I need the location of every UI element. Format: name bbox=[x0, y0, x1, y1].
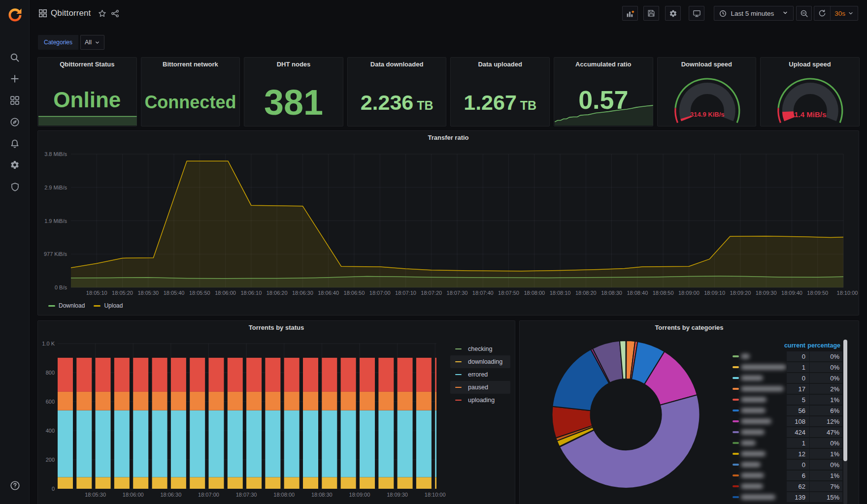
svg-text:18:07:30: 18:07:30 bbox=[447, 290, 468, 296]
table-row[interactable]: 627% bbox=[520, 481, 860, 491]
legend-item-upload[interactable]: Upload bbox=[94, 302, 123, 309]
cell-current: 12 bbox=[787, 449, 809, 459]
legend-color-dash bbox=[733, 485, 739, 487]
category-label-blurred bbox=[741, 386, 784, 391]
panel-title[interactable]: Qbittorrent Status bbox=[38, 61, 136, 68]
svg-text:18:07:00: 18:07:00 bbox=[369, 290, 391, 296]
legend-color-dash bbox=[733, 388, 739, 390]
legend-color-dash bbox=[733, 464, 739, 466]
cell-current: 0 bbox=[787, 351, 809, 361]
cell-current: 139 bbox=[787, 492, 809, 502]
save-dashboard-button[interactable] bbox=[643, 6, 659, 21]
dashboards-grid-icon[interactable] bbox=[38, 9, 47, 18]
legend-label: errored bbox=[468, 371, 488, 378]
table-row[interactable]: 10% bbox=[520, 362, 860, 372]
gauge-download-speed: 314.9 KiB/s bbox=[658, 58, 757, 127]
kiosk-mode-button[interactable] bbox=[689, 6, 704, 21]
table-row[interactable]: 51% bbox=[520, 395, 860, 405]
svg-text:1.9 MiB/s: 1.9 MiB/s bbox=[44, 218, 67, 224]
search-icon[interactable] bbox=[0, 49, 30, 66]
explore-compass-icon[interactable] bbox=[0, 113, 30, 131]
panel-torrents-by-categories: Torrents by categories currentpercentage… bbox=[519, 320, 859, 504]
panel-upload-speed: Upload speed1.4 MiB/s bbox=[760, 57, 860, 126]
cell-percentage: 0% bbox=[810, 460, 842, 470]
dashboards-icon[interactable] bbox=[0, 92, 30, 109]
cell-percentage: 2% bbox=[810, 384, 842, 394]
table-row[interactable]: 42447% bbox=[520, 427, 860, 437]
category-label-blurred bbox=[741, 495, 775, 500]
table-row[interactable]: 566% bbox=[520, 406, 860, 415]
alerting-bell-icon[interactable] bbox=[0, 135, 30, 153]
table-row[interactable]: 00% bbox=[520, 373, 860, 383]
time-range-picker[interactable]: Last 5 minutes bbox=[714, 6, 794, 21]
panel-accumulated-ratio: Accumulated ratio0.57 bbox=[554, 57, 653, 126]
svg-text:600: 600 bbox=[46, 399, 55, 405]
svg-text:18:06:40: 18:06:40 bbox=[318, 290, 339, 296]
legend-item-errored[interactable]: errored bbox=[450, 368, 510, 381]
cell-percentage: 0% bbox=[810, 362, 842, 372]
svg-text:18:07:30: 18:07:30 bbox=[236, 492, 257, 498]
panel-title[interactable]: Data downloaded bbox=[348, 61, 446, 68]
panel-dht-nodes: DHT nodes381 bbox=[244, 57, 343, 126]
legend-item-paused[interactable]: paused bbox=[450, 381, 510, 394]
legend-item-checking[interactable]: checking bbox=[450, 343, 510, 355]
create-plus-icon[interactable] bbox=[0, 70, 30, 88]
admin-shield-icon[interactable] bbox=[0, 178, 30, 195]
table-row[interactable]: 172% bbox=[520, 384, 860, 394]
table-header-percentage[interactable]: percentage bbox=[796, 342, 840, 349]
table-row[interactable]: 00% bbox=[520, 351, 860, 361]
table-row[interactable]: 10812% bbox=[520, 416, 860, 426]
zoom-out-button[interactable] bbox=[796, 6, 812, 21]
panel-title[interactable]: Bittorrent network bbox=[141, 61, 240, 68]
refresh-interval-picker[interactable]: 30s bbox=[831, 6, 858, 20]
svg-text:18:08:40: 18:08:40 bbox=[627, 290, 648, 296]
table-row[interactable]: 61% bbox=[520, 471, 860, 480]
legend-item-uploading[interactable]: uploading bbox=[450, 394, 510, 407]
table-row[interactable]: 10% bbox=[520, 438, 860, 448]
cell-percentage: 12% bbox=[810, 416, 842, 426]
svg-text:18:05:50: 18:05:50 bbox=[189, 290, 210, 296]
svg-text:18:06:30: 18:06:30 bbox=[292, 290, 313, 296]
category-label-blurred bbox=[741, 419, 771, 424]
svg-text:18:09:30: 18:09:30 bbox=[756, 290, 777, 296]
variable-label[interactable]: Categories bbox=[38, 35, 78, 50]
svg-text:18:05:30: 18:05:30 bbox=[137, 290, 159, 296]
cell-current: 5 bbox=[787, 395, 809, 405]
share-icon[interactable] bbox=[111, 9, 119, 18]
svg-text:3.8 MiB/s: 3.8 MiB/s bbox=[44, 151, 67, 157]
stat-value: 1.267TB bbox=[451, 90, 549, 115]
stat-value-text: 2.236 bbox=[361, 90, 414, 115]
sidebar bbox=[0, 0, 30, 504]
panel-title[interactable]: DHT nodes bbox=[244, 61, 343, 68]
svg-text:400: 400 bbox=[46, 428, 55, 434]
svg-text:18:09:50: 18:09:50 bbox=[807, 290, 828, 296]
variable-value: All bbox=[85, 39, 92, 46]
add-panel-button[interactable] bbox=[622, 6, 638, 21]
table-row[interactable]: 00% bbox=[520, 460, 860, 470]
panel-title[interactable]: Accumulated ratio bbox=[554, 61, 653, 68]
dashboard-settings-button[interactable] bbox=[665, 6, 681, 21]
star-icon[interactable] bbox=[98, 9, 106, 18]
legend-color-dash bbox=[733, 496, 739, 498]
legend-item-download[interactable]: Download bbox=[48, 302, 85, 309]
svg-text:18:09:10: 18:09:10 bbox=[704, 290, 725, 296]
legend-label: uploading bbox=[468, 397, 495, 404]
gauge-value: 1.4 MiB/s bbox=[794, 110, 826, 119]
legend-color-dash bbox=[455, 348, 462, 350]
refresh-button[interactable] bbox=[814, 6, 830, 20]
legend-item-downloading[interactable]: downloading bbox=[450, 355, 510, 368]
scrollbar-thumb[interactable] bbox=[843, 340, 847, 461]
panel-title[interactable]: Data uploaded bbox=[451, 61, 549, 68]
categories-table: currentpercentage00%10%00%172%51%566%108… bbox=[520, 321, 860, 504]
configuration-gear-icon[interactable] bbox=[0, 156, 30, 174]
legend-color-dash bbox=[94, 305, 100, 307]
table-row[interactable]: 121% bbox=[520, 449, 860, 459]
table-row[interactable]: 13915% bbox=[520, 492, 860, 502]
help-icon[interactable] bbox=[0, 476, 30, 494]
svg-text:0 B/s: 0 B/s bbox=[55, 284, 67, 290]
svg-text:18:08:30: 18:08:30 bbox=[311, 492, 333, 498]
variable-value-dropdown[interactable]: All bbox=[80, 35, 104, 50]
chevron-down-icon bbox=[782, 10, 788, 17]
clock-icon bbox=[719, 10, 727, 17]
grafana-logo[interactable] bbox=[0, 5, 30, 25]
